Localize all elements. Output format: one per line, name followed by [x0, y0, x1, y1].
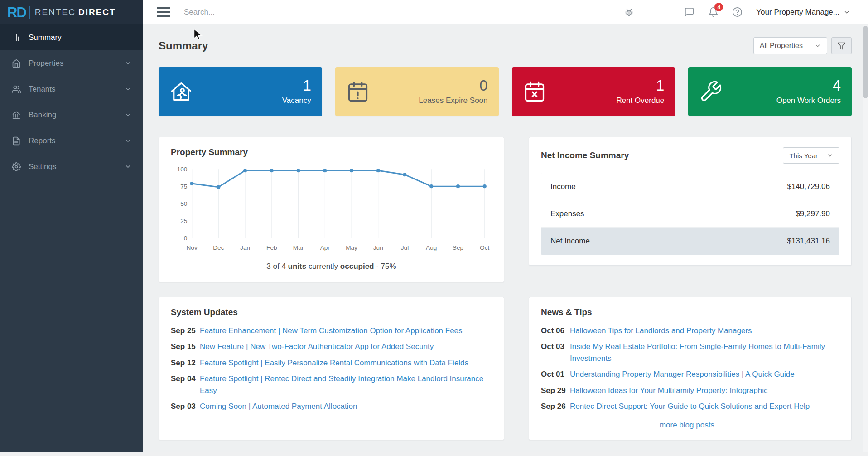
sidebar-item-label: Settings — [29, 162, 117, 171]
news-tips-title: News & Tips — [541, 307, 839, 317]
feed-date: Sep 25 — [171, 325, 200, 337]
gear-icon — [12, 162, 21, 171]
occupancy-line-chart: 0255075100NovDecJanFebMarAprMayJunJulAug… — [171, 163, 492, 258]
chat-bubble-icon[interactable] — [684, 7, 694, 17]
property-filter-value: All Properties — [760, 42, 803, 50]
svg-text:Jun: Jun — [373, 244, 383, 251]
news-tip-link[interactable]: Understanding Property Manager Responsib… — [570, 369, 839, 380]
topbar: 4 Your Property Manage... — [143, 0, 868, 24]
topbar-right: 4 Your Property Manage... — [624, 7, 850, 17]
net-income-table: Income$140,729.06Expenses$9,297.90Net In… — [541, 173, 839, 255]
app-root: RD RENTEC DIRECT SummaryPropertiesTenant… — [0, 0, 868, 456]
filter-button[interactable] — [831, 37, 852, 54]
search-input[interactable] — [184, 8, 333, 17]
stat-value: 0 — [479, 78, 487, 94]
more-blog-posts-link[interactable]: more blog posts... — [541, 421, 839, 430]
system-update-link[interactable]: Feature Spotlight | Rentec Direct and St… — [200, 373, 492, 396]
feed-date: Sep 15 — [171, 341, 200, 353]
sidebar-item-label: Properties — [29, 59, 117, 68]
system-update-item: Sep 25Feature Enhancement | New Term Cus… — [171, 325, 492, 337]
system-update-item: Sep 12Feature Spotlight | Easily Persona… — [171, 357, 492, 369]
menu-toggle-icon[interactable] — [157, 5, 170, 19]
vertical-scrollbar-thumb[interactable] — [863, 26, 868, 98]
bug-icon[interactable] — [624, 7, 634, 17]
sidebar-item-settings[interactable]: Settings — [0, 154, 143, 179]
period-select[interactable]: This Year — [783, 147, 839, 164]
users-icon — [12, 85, 21, 94]
sidebar-item-banking[interactable]: Banking — [0, 102, 143, 128]
net-income-row-net-income: Net Income$131,431.16 — [541, 228, 839, 255]
brand-divider — [29, 6, 30, 19]
svg-text:Sep: Sep — [453, 244, 464, 251]
stat-label: Open Work Orders — [776, 96, 841, 105]
stat-text: 1Rent Overdue — [616, 78, 664, 106]
occupancy-chart-container: 0255075100NovDecJanFebMarAprMayJunJulAug… — [171, 163, 492, 260]
chevron-down-icon — [125, 86, 131, 92]
vacancy-house-icon — [169, 80, 193, 103]
help-circle-icon[interactable] — [732, 7, 743, 17]
system-update-link[interactable]: Coming Soon | Automated Payment Allocati… — [200, 401, 492, 412]
sidebar-item-summary[interactable]: Summary — [0, 24, 143, 50]
stat-card-leases-expire-soon[interactable]: 0Leases Expire Soon — [335, 67, 499, 116]
system-update-link[interactable]: Feature Enhancement | New Term Customiza… — [200, 325, 492, 337]
sidebar-item-properties[interactable]: Properties — [0, 50, 143, 76]
sidebar-nav: SummaryPropertiesTenantsBankingReportsSe… — [0, 24, 143, 179]
svg-text:Aug: Aug — [426, 244, 437, 251]
net-income-title: Net Income Summary — [541, 150, 629, 160]
system-updates-title: System Updates — [171, 307, 492, 317]
sidebar-item-label: Reports — [29, 136, 117, 146]
news-tip-link[interactable]: Halloween Ideas for Your Multifamily Pro… — [570, 385, 839, 397]
feed-date: Oct 03 — [541, 341, 570, 364]
feed-date: Oct 01 — [541, 369, 570, 380]
page-content: Summary All Properties 1Vacancy0Leases E… — [143, 24, 868, 456]
svg-text:0: 0 — [184, 235, 188, 242]
row-label: Net Income — [550, 237, 590, 246]
sidebar: RD RENTEC DIRECT SummaryPropertiesTenant… — [0, 0, 143, 456]
report-icon — [12, 136, 21, 146]
account-name: Your Property Manage... — [756, 8, 839, 17]
system-update-item: Sep 04Feature Spotlight | Rentec Direct … — [171, 373, 492, 396]
bar-chart-icon — [12, 33, 21, 42]
net-income-card: Net Income Summary This Year Income$140,… — [529, 137, 852, 266]
stat-card-open-work-orders[interactable]: 4Open Work Orders — [688, 67, 852, 116]
svg-text:25: 25 — [180, 218, 188, 224]
stat-label: Vacancy — [282, 96, 311, 105]
vertical-scrollbar[interactable] — [863, 25, 868, 452]
horizontal-scrollbar[interactable] — [0, 452, 868, 456]
page-header: Summary All Properties — [159, 37, 852, 54]
stat-card-vacancy[interactable]: 1Vacancy — [159, 67, 322, 116]
news-tips-list: Oct 06Halloween Tips for Landlords and P… — [541, 325, 839, 412]
row-label: Income — [550, 182, 576, 191]
property-summary-title: Property Summary — [171, 147, 492, 157]
feed-date: Sep 12 — [171, 357, 200, 369]
news-tip-item: Oct 01Understanding Property Manager Res… — [541, 369, 839, 380]
news-tip-link[interactable]: Rentec Direct Support: Your Guide to Qui… — [570, 401, 839, 412]
main-area: 4 Your Property Manage... Summary All Pr… — [143, 0, 868, 456]
system-update-link[interactable]: New Feature | New Two-Factor Authenticat… — [200, 341, 492, 353]
bank-icon — [12, 111, 21, 120]
stat-value: 1 — [303, 78, 311, 94]
sidebar-item-reports[interactable]: Reports — [0, 128, 143, 154]
system-update-link[interactable]: Feature Spotlight | Easily Personalize R… — [200, 357, 492, 369]
bell-icon[interactable]: 4 — [708, 7, 719, 17]
net-income-row-income: Income$140,729.06 — [541, 173, 839, 200]
news-tips-card: News & Tips Oct 06Halloween Tips for Lan… — [529, 297, 852, 440]
brand-name-direct: DIRECT — [78, 7, 116, 17]
sidebar-item-tenants[interactable]: Tenants — [0, 76, 143, 102]
account-menu[interactable]: Your Property Manage... — [756, 8, 850, 17]
home-icon — [12, 59, 21, 68]
brand-logo[interactable]: RD RENTEC DIRECT — [0, 0, 143, 24]
news-tip-item: Oct 06Halloween Tips for Landlords and P… — [541, 325, 839, 337]
news-tip-link[interactable]: Inside My Real Estate Portfolio: From Si… — [570, 341, 839, 364]
occupancy-caption: 3 of 4 units currently occupied - 75% — [171, 262, 492, 271]
stat-card-rent-overdue[interactable]: 1Rent Overdue — [512, 67, 675, 116]
calendar-alert-icon — [346, 80, 370, 103]
stat-text: 1Vacancy — [282, 78, 311, 106]
news-tip-link[interactable]: Halloween Tips for Landlords and Propert… — [570, 325, 839, 337]
stat-text: 0Leases Expire Soon — [419, 78, 487, 106]
property-filter-select[interactable]: All Properties — [753, 37, 827, 54]
svg-text:Apr: Apr — [320, 244, 330, 251]
chevron-down-icon — [125, 60, 131, 67]
feed-date: Sep 29 — [541, 385, 570, 397]
sidebar-item-label: Tenants — [29, 85, 117, 94]
